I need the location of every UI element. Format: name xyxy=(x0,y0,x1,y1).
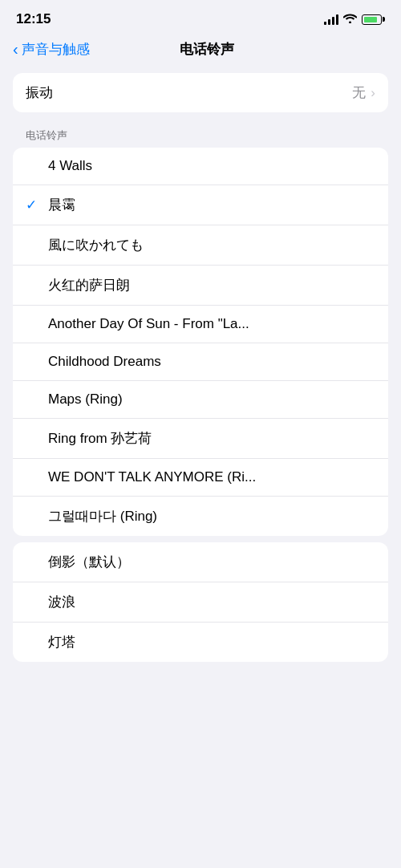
list-item[interactable]: ✓ 晨霭 xyxy=(13,185,388,225)
checkmark-icon xyxy=(26,158,45,174)
list-item[interactable]: Childhood Dreams xyxy=(13,343,388,381)
ringtone-name: 晨霭 xyxy=(48,196,375,214)
checkmark-icon xyxy=(26,278,45,294)
checkmark-icon xyxy=(26,594,45,610)
list-item[interactable]: 波浪 xyxy=(13,582,388,623)
list-item[interactable]: WE DON'T TALK ANYMORE (Ri... xyxy=(13,459,388,497)
ringtone-name: WE DON'T TALK ANYMORE (Ri... xyxy=(48,469,375,485)
chevron-right-icon: › xyxy=(371,85,375,101)
checkmark-icon xyxy=(26,635,45,651)
vibration-label: 振动 xyxy=(26,83,352,102)
list-item[interactable]: 4 Walls xyxy=(13,148,388,185)
battery-icon xyxy=(362,14,385,25)
checkmark-icon xyxy=(26,509,45,525)
ringtone-list-default: 倒影（默认） 波浪 灯塔 xyxy=(13,542,388,662)
list-item[interactable]: Another Day Of Sun - From "La... xyxy=(13,306,388,343)
back-label: 声音与触感 xyxy=(22,40,90,59)
ringtone-name: 波浪 xyxy=(48,593,375,611)
ringtone-name: Ring from 孙艺荷 xyxy=(48,429,375,448)
ringtone-name: 倒影（默认） xyxy=(48,553,375,571)
list-item[interactable]: Ring from 孙艺荷 xyxy=(13,419,388,459)
list-item[interactable]: 灯塔 xyxy=(13,623,388,662)
ringtone-name: Childhood Dreams xyxy=(48,354,375,370)
ringtone-name: 4 Walls xyxy=(48,158,375,174)
checkmark-icon xyxy=(26,431,45,447)
checkmark-icon xyxy=(26,469,45,485)
ringtone-name: 灯塔 xyxy=(48,633,375,651)
section-header: 电话铃声 xyxy=(0,128,401,148)
list-item[interactable]: Maps (Ring) xyxy=(13,381,388,419)
ringtone-name: Maps (Ring) xyxy=(48,391,375,408)
back-button[interactable]: ‹ 声音与触感 xyxy=(13,40,90,59)
nav-bar: ‹ 声音与触感 电话铃声 xyxy=(0,34,401,68)
vibration-row[interactable]: 振动 无 › xyxy=(13,73,388,112)
ringtone-name: 그럴때마다 (Ring) xyxy=(48,507,375,525)
wifi-icon xyxy=(343,13,357,26)
ringtone-name: 火红的萨日朗 xyxy=(48,276,375,294)
list-item[interactable]: 倒影（默认） xyxy=(13,542,388,582)
status-time: 12:15 xyxy=(16,11,51,27)
ringtone-name: 風に吹かれても xyxy=(48,236,375,254)
checkmark-icon xyxy=(26,354,45,370)
list-item[interactable]: 火红的萨日朗 xyxy=(13,266,388,306)
checkmark-icon xyxy=(26,316,45,332)
page-title: 电话铃声 xyxy=(90,40,324,59)
vibration-value: 无 xyxy=(352,83,366,102)
checkmark-icon xyxy=(26,391,45,408)
ringtone-list: 4 Walls ✓ 晨霭 風に吹かれても 火红的萨日朗 Another Day … xyxy=(13,148,388,536)
signal-icon xyxy=(324,14,338,25)
checkmark-icon xyxy=(26,554,45,570)
status-icons xyxy=(324,13,385,26)
list-item[interactable]: 風に吹かれても xyxy=(13,225,388,266)
list-item[interactable]: 그럴때마다 (Ring) xyxy=(13,497,388,536)
checkmark-icon: ✓ xyxy=(26,197,45,213)
vibration-section: 振动 无 › xyxy=(13,73,388,112)
status-bar: 12:15 xyxy=(0,0,401,34)
chevron-left-icon: ‹ xyxy=(13,41,18,57)
checkmark-icon xyxy=(26,237,45,254)
ringtone-name: Another Day Of Sun - From "La... xyxy=(48,316,375,332)
